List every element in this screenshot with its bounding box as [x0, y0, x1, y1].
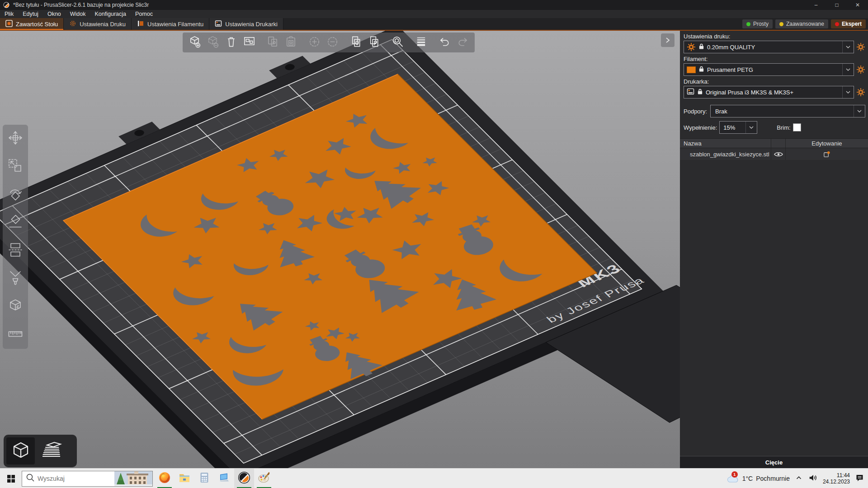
tab-plater[interactable]: Zawartość Stołu [0, 18, 64, 30]
undo-button[interactable] [435, 33, 453, 52]
object-list-header: Nazwa Edytowanie [680, 139, 868, 148]
menu-plik[interactable]: Plik [0, 10, 18, 18]
add-icon [189, 35, 202, 50]
infill-value: 15% [722, 124, 743, 131]
lock-icon [697, 88, 703, 96]
chevron-right-icon [664, 37, 671, 44]
undo-icon [438, 35, 451, 50]
tab-print-settings[interactable]: Ustawienia Druku [64, 18, 132, 30]
chevron-down-icon[interactable] [842, 64, 854, 75]
slice-button[interactable]: Cięcie [680, 456, 868, 468]
mode-zaawansowane[interactable]: Zaawansowane [775, 19, 828, 28]
taskbar-clock[interactable]: 11:44 24.12.2023 [823, 472, 850, 485]
menu-widok[interactable]: Widok [66, 10, 90, 18]
taskbar-search[interactable] [22, 471, 153, 487]
object-list: Nazwa Edytowanie szablon_gwiazdki_ksiezy… [680, 138, 868, 160]
gizmo-seam-painting-button[interactable] [7, 298, 24, 315]
chevron-down-icon[interactable] [842, 86, 854, 98]
chevron-down-icon[interactable] [854, 105, 865, 117]
gizmo-cut-button[interactable] [7, 242, 24, 259]
delete-all-button[interactable] [222, 33, 240, 52]
visibility-column-header [771, 139, 785, 148]
printer-combo[interactable]: Original Prusa i3 MK3S & MK3S+ [684, 86, 854, 99]
gizmo-rotate-button[interactable] [7, 186, 24, 203]
gizmo-place-on-face-button[interactable] [7, 214, 24, 231]
edit-object-icon[interactable] [785, 148, 868, 160]
scale-icon [7, 158, 24, 176]
collapse-sidebar-button[interactable] [661, 33, 675, 47]
object-row[interactable]: szablon_gwiazdki_ksiezyce.stl [680, 148, 868, 160]
menu-pomoc[interactable]: Pomoc [131, 10, 157, 18]
taskbar-app-calculator[interactable] [194, 469, 214, 488]
printer-icon [687, 88, 694, 96]
variable-layer-height-button[interactable] [412, 33, 430, 52]
chevron-down-icon[interactable] [745, 122, 757, 133]
search-box-image[interactable] [114, 471, 152, 486]
gizmo-move-button[interactable] [7, 130, 24, 147]
paint-on-supports-icon [7, 270, 24, 288]
tab-printer-settings[interactable]: Ustawienia Drukarki [209, 18, 283, 30]
gizmo-measure-button[interactable] [7, 326, 24, 343]
taskbar-app-paint[interactable] [254, 469, 274, 488]
mode-dot-icon [835, 22, 839, 26]
date: 24.12.2023 [823, 479, 850, 485]
mode-dot-icon [779, 22, 783, 26]
explorer-icon [178, 471, 191, 486]
minimize-button[interactable]: – [806, 0, 826, 10]
menu-okno[interactable]: Okno [43, 10, 66, 18]
plater-icon [5, 20, 13, 28]
delete-all-icon [225, 35, 238, 50]
brim-checkbox[interactable] [793, 123, 801, 131]
split-to-parts-icon [368, 35, 381, 50]
lock-icon [698, 43, 704, 51]
tab-filament-settings[interactable]: Ustawienia Filamentu [132, 18, 209, 30]
gizmo-paint-on-supports-button[interactable] [7, 270, 24, 287]
close-button[interactable]: ✕ [847, 0, 868, 10]
supports-combo[interactable]: Brak [710, 105, 865, 117]
printer-gear-button[interactable] [856, 88, 865, 97]
tray-chevron-up-icon[interactable] [795, 474, 803, 483]
search-button[interactable] [388, 33, 406, 52]
taskbar-app-prusaslicer[interactable] [234, 469, 254, 488]
mode-ekspert[interactable]: Ekspert [831, 19, 866, 28]
add-button[interactable] [186, 33, 204, 52]
title-bar: *Bez tytułu - PrusaSlicer-2.6.1 bazuje n… [0, 0, 868, 10]
filament-combo[interactable]: Prusament PETG [684, 63, 854, 76]
printer-label: Drukarka: [684, 78, 864, 85]
split-to-objects-button[interactable] [347, 33, 365, 52]
search-input[interactable] [37, 474, 114, 483]
infill-combo[interactable]: 15% [719, 121, 757, 134]
paint-icon [258, 471, 270, 486]
speaker-icon[interactable] [808, 473, 818, 484]
eye-icon[interactable] [771, 148, 785, 160]
prusaslicer-icon [238, 471, 250, 486]
print-settings-combo[interactable]: 0.20mm QUALITY [684, 41, 854, 53]
menu-konfiguracja[interactable]: Konfiguracja [90, 10, 131, 18]
calculator-icon [198, 471, 211, 486]
view-3d-editor-button[interactable] [6, 437, 35, 465]
menu-edytuj[interactable]: Edytuj [18, 10, 43, 18]
arrange-button[interactable] [240, 33, 258, 52]
taskbar-app-explorer[interactable] [175, 469, 194, 488]
action-center-icon[interactable] [855, 473, 864, 484]
split-to-parts-button[interactable] [365, 33, 383, 52]
search-icon [26, 473, 35, 484]
taskbar-app-firefox[interactable] [155, 469, 175, 488]
filament-gear-button[interactable] [856, 65, 865, 74]
mode-prosty[interactable]: Prosty [742, 19, 773, 28]
paste-icon [284, 35, 297, 50]
time: 11:44 [823, 472, 850, 479]
filament-label: Filament: [684, 56, 864, 62]
gizmo-scale-button[interactable] [7, 158, 24, 175]
start-button[interactable] [0, 469, 22, 488]
weather-widget[interactable]: 1 1°C Pochmurnie [726, 473, 790, 484]
delete-button [204, 33, 222, 52]
place-on-face-icon [7, 214, 24, 232]
gizmo-toolbar [3, 125, 28, 349]
maximize-button[interactable]: □ [826, 0, 847, 10]
print-settings-gear-button[interactable] [856, 42, 865, 52]
taskbar-app-display[interactable] [214, 469, 234, 488]
viewport-3d[interactable]: MK3by Josef Prusa [0, 31, 680, 468]
chevron-down-icon[interactable] [842, 41, 854, 53]
view-preview-layers-button[interactable] [38, 437, 67, 465]
